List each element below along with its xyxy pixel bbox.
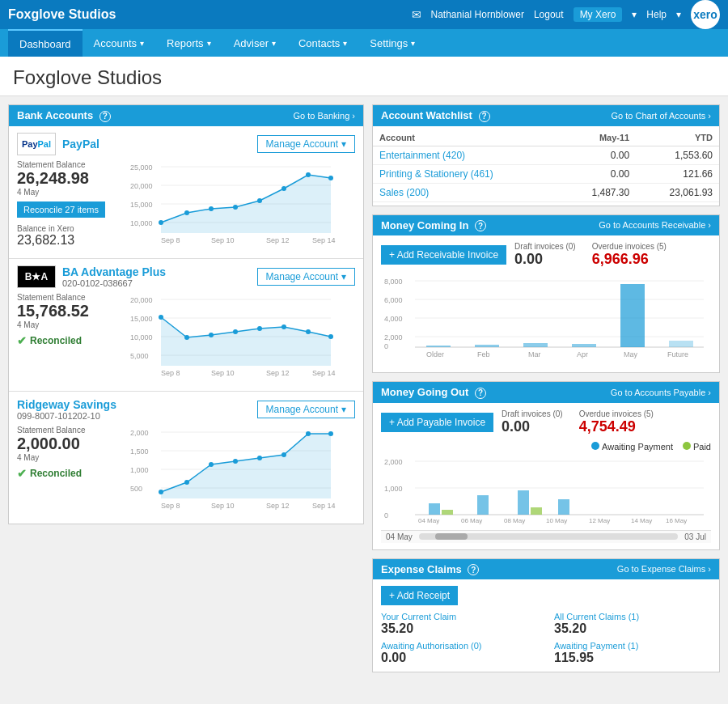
expenses-panel: Expense Claims ? Go to Expense Claims › … [372, 558, 720, 673]
watchlist-row: Printing & Stationery (461) 0.00 121.66 [373, 164, 719, 183]
money-out-draft-stat: Draft invoices (0) 0.00 [502, 409, 563, 435]
ba-manage-arrow-icon: ▾ [341, 271, 346, 282]
svg-text:16 May: 16 May [666, 517, 687, 524]
your-claim-label[interactable]: Your Current Claim [381, 612, 538, 621]
watchlist-header: Account Watchlist ? Go to Chart of Accou… [373, 105, 719, 126]
add-receivable-invoice-button[interactable]: + Add Receivable Invoice [381, 245, 506, 265]
svg-text:6,000: 6,000 [384, 296, 403, 304]
svg-text:Older: Older [426, 350, 444, 358]
myxero-link[interactable]: My Xero [574, 7, 623, 22]
email-icon: ✉ [412, 8, 421, 21]
awaiting-auth-value: 0.00 [381, 651, 538, 665]
svg-text:Sep 10: Sep 10 [211, 502, 235, 510]
all-claims-label[interactable]: All Current Claims (1) [554, 612, 711, 621]
money-in-header: Money Coming In ? Go to Accounts Receiva… [373, 215, 719, 236]
expenses-title: Expense Claims [381, 563, 462, 575]
svg-text:2,000: 2,000 [384, 458, 403, 466]
svg-text:Sep 8: Sep 8 [161, 502, 180, 510]
svg-text:20,000: 20,000 [130, 296, 153, 304]
nav-dashboard[interactable]: Dashboard [8, 29, 83, 57]
go-to-payable-link[interactable]: Go to Accounts Payable › [611, 388, 711, 397]
accounts-arrow: ▾ [140, 39, 144, 48]
go-to-chart-link[interactable]: Go to Chart of Accounts › [611, 111, 711, 121]
watchlist-account[interactable]: Sales (200) [373, 183, 561, 201]
settings-arrow: ▾ [411, 39, 415, 48]
col-account: Account [373, 129, 561, 146]
watchlist-may: 1,487.30 [561, 183, 636, 201]
ridgeway-name-area: Ridgeway Savings 099-8007-101202-10 [17, 398, 116, 421]
ba-card: B★A BA Advantage Plus 020-0102-038667 Ma… [9, 259, 363, 392]
go-to-banking-link[interactable]: Go to Banking › [294, 111, 355, 121]
scroll-thumb[interactable] [435, 533, 468, 540]
bank-accounts-panel: Bank Accounts ? Go to Banking › PayPal P… [8, 104, 364, 524]
ba-reconciled-badge: ✔ Reconciled [17, 334, 122, 347]
svg-text:500: 500 [130, 485, 142, 493]
watchlist-ytd: 1,553.60 [636, 146, 719, 164]
svg-rect-91 [429, 503, 440, 515]
all-claims-area: All Current Claims (1) 35.20 [554, 612, 711, 636]
nav-reports[interactable]: Reports ▾ [155, 29, 222, 57]
money-out-title: Money Going Out [381, 386, 468, 398]
svg-text:1,000: 1,000 [384, 485, 403, 493]
watchlist-may: 0.00 [561, 146, 636, 164]
paypal-name-area: PayPal PayPal [17, 133, 99, 155]
svg-point-52 [184, 480, 189, 485]
svg-marker-29 [161, 317, 331, 366]
expenses-header: Expense Claims ? Go to Expense Claims › [373, 559, 719, 580]
awaiting-auth-label[interactable]: Awaiting Authorisation (0) [381, 641, 538, 651]
paypal-logo: PayPal [17, 133, 56, 155]
your-claim-area: Your Current Claim 35.20 [381, 612, 538, 636]
svg-text:Sep 10: Sep 10 [211, 236, 235, 244]
watchlist-help-icon[interactable]: ? [479, 111, 490, 122]
ba-subtitle: 020-0102-038667 [62, 278, 166, 288]
bank-accounts-help-icon[interactable]: ? [99, 111, 111, 122]
svg-point-33 [233, 329, 238, 334]
scroll-track[interactable] [419, 533, 679, 540]
money-out-header: Money Going Out ? Go to Accounts Payable… [373, 382, 719, 403]
paypal-stats: Statement Balance 26,248.98 4 May Reconc… [17, 160, 122, 252]
svg-point-30 [159, 315, 163, 320]
money-in-help-icon[interactable]: ? [475, 220, 486, 231]
nav-contacts[interactable]: Contacts ▾ [287, 29, 358, 57]
col-ytd: YTD [636, 129, 719, 146]
manage-arrow-icon: ▾ [341, 138, 346, 150]
help-link[interactable]: Help [646, 9, 667, 20]
add-receipt-button[interactable]: + Add Receipt [381, 586, 458, 605]
ridgeway-manage-button[interactable]: Manage Account ▾ [257, 401, 355, 418]
svg-text:2,000: 2,000 [130, 429, 149, 437]
money-out-overdue-stat: Overdue invoices (5) 4,754.49 [579, 409, 654, 435]
svg-point-35 [281, 324, 286, 329]
paypal-chart: 25,000 20,000 15,000 10,000 [130, 160, 355, 252]
go-to-expenses-link[interactable]: Go to Expense Claims › [617, 564, 711, 574]
ridgeway-card-header: Ridgeway Savings 099-8007-101202-10 Mana… [17, 398, 355, 421]
ba-name-area: B★A BA Advantage Plus 020-0102-038667 [17, 265, 166, 288]
nav-accounts[interactable]: Accounts ▾ [83, 29, 155, 57]
svg-rect-74 [475, 345, 499, 347]
ba-name: BA Advantage Plus [62, 265, 166, 278]
money-in-chart-svg: 8,000 6,000 4,000 2,000 0 [381, 274, 711, 363]
awaiting-pay-area: Awaiting Payment (1) 115.95 [554, 641, 711, 665]
expenses-help-icon[interactable]: ? [468, 564, 479, 575]
svg-text:04 May: 04 May [418, 517, 439, 524]
nav-settings[interactable]: Settings ▾ [358, 29, 426, 57]
watchlist-account[interactable]: Printing & Stationery (461) [373, 164, 561, 183]
money-out-help-icon[interactable]: ? [475, 388, 486, 399]
paypal-manage-button[interactable]: Manage Account ▾ [257, 135, 355, 153]
money-in-draft-value: 0.00 [514, 251, 576, 268]
logout-link[interactable]: Logout [534, 9, 564, 20]
check-icon: ✔ [17, 334, 27, 347]
paypal-reconcile-button[interactable]: Reconcile 27 items [17, 201, 105, 218]
svg-text:06 May: 06 May [461, 517, 482, 524]
svg-text:4,000: 4,000 [384, 315, 403, 323]
svg-rect-75 [523, 343, 548, 347]
watchlist-account[interactable]: Entertainment (420) [373, 146, 561, 164]
money-out-legend: Awaiting Payment Paid [381, 442, 711, 452]
svg-text:10 May: 10 May [546, 517, 567, 524]
money-out-draft-value: 0.00 [502, 418, 563, 435]
add-payable-invoice-button[interactable]: + Add Payable Invoice [381, 413, 493, 432]
nav-adviser[interactable]: Adviser ▾ [222, 29, 287, 57]
svg-text:08 May: 08 May [504, 517, 525, 524]
awaiting-pay-label[interactable]: Awaiting Payment (1) [554, 641, 711, 651]
go-to-receivable-link[interactable]: Go to Accounts Receivable › [599, 220, 711, 230]
ba-manage-button[interactable]: Manage Account ▾ [257, 268, 355, 286]
